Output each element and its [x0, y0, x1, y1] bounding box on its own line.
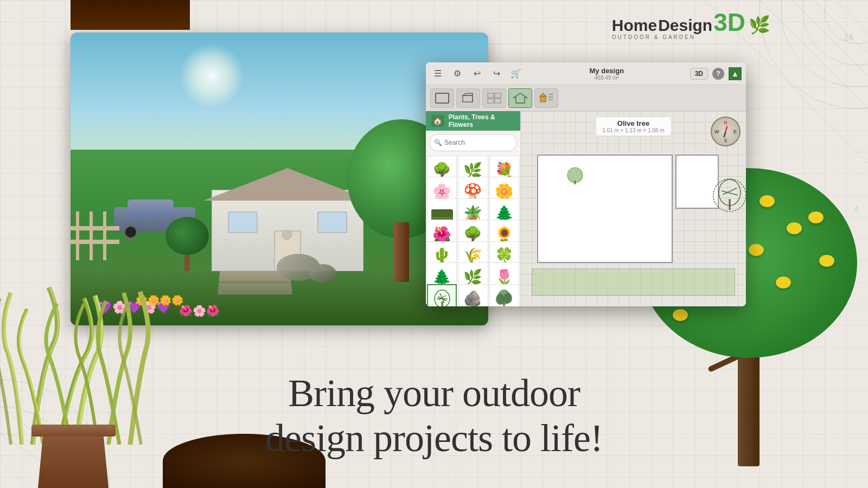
plant-pot — [38, 428, 108, 488]
svg-rect-22 — [495, 93, 501, 98]
svg-marker-25 — [514, 93, 527, 103]
toolbar-settings-icon[interactable]: ⚙ — [450, 66, 465, 81]
logo-design-text: Design — [658, 16, 712, 35]
svg-rect-24 — [495, 99, 501, 103]
flower-mix: 🌺🌸🌺 — [179, 304, 220, 317]
floor-plan-lawn — [532, 268, 735, 296]
category-header: 🏠 Plants, Trees & Flowers — [426, 111, 520, 131]
toolbar-menu-icon[interactable]: ☰ — [430, 66, 445, 81]
preview-label-title: Olive tree — [602, 119, 665, 127]
tagline-line1: Bring your outdoor — [265, 371, 603, 416]
plant-emoji-18: 🌷 — [495, 270, 514, 285]
view-btn-floor[interactable] — [430, 88, 454, 108]
svg-marker-18 — [463, 93, 473, 95]
lemon-8 — [776, 277, 791, 288]
plant-cell-19[interactable] — [427, 284, 457, 306]
plant-cell-21[interactable] — [489, 284, 519, 306]
logo-3d-text: 3D — [713, 10, 745, 35]
app-subtitle: 469.49 m² — [595, 75, 619, 81]
app-content: 🏠 Plants, Trees & Flowers 🔍 ✕ 🌳 🌿 💐 🌸 🍄 … — [426, 111, 746, 306]
plant-emoji-8: 🪴 — [463, 206, 482, 221]
plant-emoji-15: 🍀 — [495, 248, 514, 264]
top-soil-patch — [71, 0, 190, 30]
logo: Home Design 3D 🌿 OUTDOOR & GARDEN — [612, 10, 770, 40]
svg-rect-16 — [436, 93, 449, 103]
preview-label-dims: 1.01 m × 1.13 m × 1.06 m — [602, 127, 665, 133]
svg-point-4 — [803, 0, 868, 65]
preview-label: Olive tree 1.01 m × 1.13 m × 1.06 m — [595, 117, 672, 136]
compass-w: W — [714, 129, 719, 134]
tagline-line2: design projects to life! — [265, 416, 603, 461]
btn-arrow[interactable]: ▲ — [729, 67, 742, 80]
view-btn-house[interactable] — [508, 88, 532, 108]
category-home-icon[interactable]: 🏠 — [431, 115, 444, 127]
toolbar-cart-icon[interactable]: 🛒 — [508, 66, 524, 81]
plant-emoji-3: 💐 — [495, 163, 514, 178]
lemon-11 — [819, 255, 834, 267]
tree-plan-2 — [564, 165, 586, 189]
items-panel: 🏠 Plants, Trees & Flowers 🔍 ✕ 🌳 🌿 💐 🌸 🍄 … — [426, 111, 521, 306]
plant-emoji-9: 🌲 — [495, 206, 514, 221]
svg-point-42 — [503, 293, 512, 304]
plant-emoji-17: 🌿 — [463, 270, 482, 285]
plant-emoji-11: 🌳 — [463, 227, 482, 242]
app-panel: ☰ ⚙ ↩ ↪ 🛒 My design 469.49 m² 3D ? ▲ — [426, 62, 746, 306]
lemon-7 — [808, 211, 824, 223]
search-input[interactable] — [444, 139, 526, 146]
sun-glow — [179, 43, 244, 108]
view-btn-3d-box[interactable] — [456, 88, 480, 108]
compass-s: S — [724, 138, 727, 143]
svg-marker-27 — [540, 93, 546, 97]
compass-e: E — [733, 129, 737, 134]
compass-needle — [723, 125, 728, 137]
view-btn-grid[interactable] — [482, 88, 506, 108]
lemon-5 — [787, 222, 802, 234]
app-title-bar: My design 469.49 m² — [528, 67, 686, 81]
plant-left — [0, 244, 174, 488]
plant-grid: 🌳 🌿 💐 🌸 🍄 🌼 🪴 🌲 🌺 🌳 🌻 🌵 🌾 — [426, 155, 520, 306]
btn-question[interactable]: ? — [712, 68, 724, 80]
logo-wrapper: Home Design 3D 🌿 OUTDOOR & GARDEN — [612, 10, 770, 40]
svg-rect-21 — [488, 93, 494, 98]
svg-point-48 — [567, 168, 583, 183]
svg-rect-17 — [463, 95, 473, 102]
plant-pot-rim — [31, 425, 116, 436]
plant-emoji-5: 🍄 — [463, 184, 482, 200]
compass: N S E W — [711, 117, 741, 146]
svg-point-41 — [496, 294, 505, 305]
grass-blades — [0, 239, 163, 445]
plant-emoji-13: 🌵 — [432, 248, 451, 264]
toolbar-redo-icon[interactable]: ↪ — [489, 66, 504, 81]
svg-rect-26 — [540, 97, 546, 102]
svg-rect-32 — [431, 209, 453, 217]
logo-top-row: Home Design 3D 🌿 — [612, 10, 770, 35]
app-toolbar: ☰ ⚙ ↩ ↪ 🛒 My design 469.49 m² 3D ? ▲ — [426, 62, 746, 85]
logo-subtitle: OUTDOOR & GARDEN — [612, 34, 695, 40]
tagline: Bring your outdoor design projects to li… — [265, 371, 603, 461]
floor-plan: N S E W — [521, 111, 746, 306]
svg-rect-23 — [488, 99, 494, 103]
search-icon: 🔍 — [434, 139, 442, 146]
app-title: My design — [590, 67, 624, 75]
logo-leaf-icon: 🌿 — [749, 15, 770, 35]
floor-plan-room-main — [537, 155, 673, 263]
category-title: Plants, Trees & Flowers — [449, 113, 515, 129]
plant-emoji-10: 🌺 — [432, 227, 451, 242]
olive-tree-plan — [711, 176, 746, 216]
view-btn-items[interactable] — [534, 88, 558, 108]
plant-emoji-14: 🌾 — [463, 248, 482, 264]
svg-text:24: 24 — [844, 33, 853, 42]
btn-3d[interactable]: 3D — [690, 68, 708, 80]
lemon-9 — [760, 195, 775, 207]
app-view-toolbar — [426, 85, 746, 111]
search-bar[interactable]: 🔍 ✕ — [429, 134, 517, 151]
toolbar-undo-icon[interactable]: ↩ — [469, 66, 484, 81]
svg-line-0 — [814, 0, 868, 54]
preview-panel: Olive tree 1.01 m × 1.13 m × 1.06 m — [521, 111, 746, 306]
plant-emoji-6: 🌼 — [495, 184, 514, 200]
logo-home-text: Home — [612, 16, 657, 35]
plant-cell-20[interactable]: 🪨 — [458, 284, 488, 306]
plant-emoji-1: 🌳 — [432, 163, 451, 178]
compass-n: N — [724, 120, 727, 125]
plant-emoji-4: 🌸 — [432, 184, 451, 200]
